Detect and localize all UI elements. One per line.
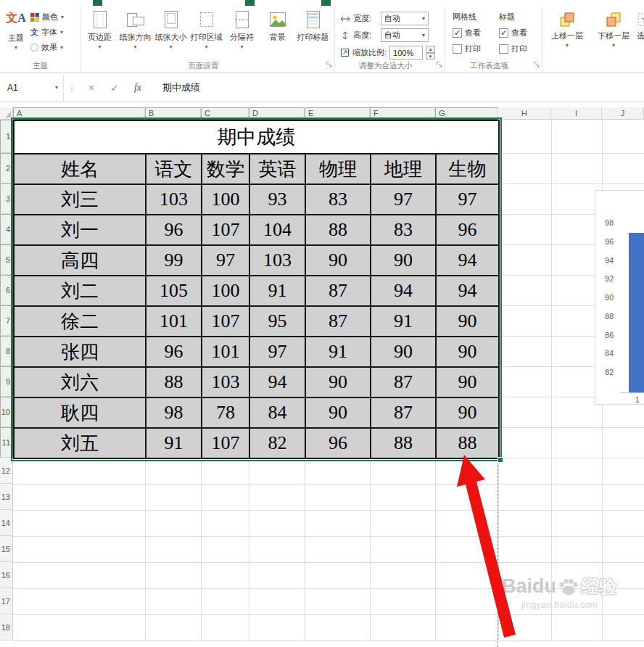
row-header-18[interactable]: 18 [0, 614, 13, 640]
row-header-7[interactable]: 7 [0, 305, 13, 336]
spinner-down-icon[interactable]: ▾ [426, 53, 435, 60]
paper-size-button[interactable]: 纸张大小 ▾ [153, 6, 189, 50]
width-select[interactable]: 自动▾ [381, 12, 429, 25]
data-cell[interactable]: 88 [306, 215, 371, 246]
scale-input[interactable]: 100% [389, 46, 423, 59]
header-cell[interactable]: 地理 [371, 154, 437, 185]
data-cell[interactable]: 107 [202, 215, 250, 246]
column-header-E[interactable]: E [305, 107, 370, 120]
data-cell[interactable]: 91 [146, 429, 202, 459]
data-cell[interactable]: 91 [250, 276, 306, 307]
dialog-launcher-icon[interactable] [326, 61, 333, 70]
row-header-6[interactable]: 6 [0, 275, 13, 305]
data-cell[interactable]: 97 [202, 246, 250, 276]
data-cell[interactable]: 90 [306, 246, 371, 276]
row-header-17[interactable]: 17 [0, 588, 13, 614]
gridlines-view-checkbox[interactable]: ✓ 查看 [453, 28, 481, 38]
data-cell[interactable]: 张四 [15, 337, 146, 368]
data-cell[interactable]: 95 [250, 307, 306, 337]
print-area-button[interactable]: 打印区域 ▾ [189, 6, 224, 50]
theme-effects-button[interactable]: 效果 ▾ [30, 42, 64, 53]
orientation-button[interactable]: 纸张方向 ▾ [117, 6, 153, 50]
data-cell[interactable]: 90 [371, 246, 437, 276]
data-cell[interactable]: 90 [306, 398, 371, 429]
themes-button[interactable]: 文A 主题 ▾ [2, 9, 30, 51]
data-cell[interactable]: 徐二 [15, 307, 146, 337]
data-cell[interactable]: 87 [306, 276, 371, 307]
data-cell[interactable]: 96 [146, 337, 202, 368]
data-cell[interactable]: 90 [371, 337, 437, 368]
data-cell[interactable]: 99 [146, 246, 202, 276]
data-cell[interactable]: 101 [202, 337, 250, 368]
row-header-14[interactable]: 14 [0, 510, 13, 536]
checkbox-icon[interactable]: ✓ [453, 28, 462, 38]
column-header-H[interactable]: H [498, 107, 551, 120]
row-header-2[interactable]: 2 [0, 153, 13, 184]
data-cell[interactable]: 96 [306, 429, 371, 459]
header-cell[interactable]: 姓名 [15, 154, 146, 185]
formula-bar-drag-handle[interactable]: ⋮ [64, 83, 80, 94]
header-cell[interactable]: 生物 [437, 154, 500, 185]
data-cell[interactable]: 90 [437, 337, 500, 368]
column-header-J[interactable]: J [602, 107, 644, 120]
data-cell[interactable]: 107 [202, 429, 250, 459]
data-cell[interactable]: 101 [146, 307, 202, 337]
row-header-9[interactable]: 9 [0, 366, 13, 397]
header-cell[interactable]: 物理 [306, 154, 371, 185]
data-cell[interactable]: 刘三 [15, 185, 146, 215]
print-titles-button[interactable]: 打印标题 [295, 6, 331, 50]
data-cell[interactable]: 刘二 [15, 276, 146, 307]
data-cell[interactable]: 90 [306, 368, 371, 398]
row-header-5[interactable]: 5 [0, 244, 13, 275]
row-header-4[interactable]: 4 [0, 214, 13, 244]
data-cell[interactable]: 100 [202, 276, 250, 307]
scale-spinner[interactable]: ▴▾ [426, 46, 435, 59]
data-cell[interactable]: 87 [371, 398, 437, 429]
data-cell[interactable]: 107 [202, 307, 250, 337]
data-cell[interactable]: 刘六 [15, 368, 146, 398]
formula-bar-content[interactable]: 期中成绩 [162, 81, 200, 94]
data-cell[interactable]: 93 [250, 185, 306, 215]
data-cell[interactable]: 耿四 [15, 398, 146, 429]
data-cell[interactable]: 91 [306, 337, 371, 368]
data-cell[interactable]: 103 [202, 368, 250, 398]
data-cell[interactable]: 刘一 [15, 215, 146, 246]
row-header-11[interactable]: 11 [0, 427, 13, 458]
data-cell[interactable]: 87 [371, 368, 437, 398]
data-cell[interactable]: 105 [146, 276, 202, 307]
dialog-launcher-icon[interactable] [436, 61, 443, 70]
data-cell[interactable]: 96 [146, 215, 202, 246]
header-cell[interactable]: 语文 [146, 154, 202, 185]
checkbox-icon[interactable] [453, 44, 462, 54]
insert-function-button[interactable]: fx [126, 82, 149, 94]
column-header-I[interactable]: I [551, 107, 602, 120]
header-cell[interactable]: 英语 [250, 154, 306, 185]
data-cell[interactable]: 96 [437, 215, 500, 246]
data-cell[interactable]: 94 [437, 276, 500, 307]
data-cell[interactable]: 104 [250, 215, 306, 246]
data-cell[interactable]: 94 [250, 368, 306, 398]
row-header-8[interactable]: 8 [0, 336, 13, 366]
data-cell[interactable]: 103 [146, 185, 202, 215]
column-header-B[interactable]: B [145, 107, 201, 120]
checkbox-icon[interactable]: ✓ [499, 28, 508, 38]
data-cell[interactable]: 90 [437, 368, 500, 398]
data-cell[interactable]: 97 [437, 185, 500, 215]
enter-button[interactable]: ✓ [103, 82, 126, 94]
dialog-launcher-icon[interactable] [533, 61, 540, 70]
column-header-A[interactable]: A [13, 107, 145, 120]
cancel-button[interactable]: × [80, 82, 103, 94]
checkbox-icon[interactable] [499, 44, 508, 54]
column-header-C[interactable]: C [201, 107, 249, 120]
data-cell[interactable]: 78 [202, 398, 250, 429]
headings-view-checkbox[interactable]: ✓ 查看 [499, 28, 527, 38]
data-cell[interactable]: 94 [437, 246, 500, 276]
headings-print-checkbox[interactable]: 打印 [499, 44, 527, 54]
data-cell[interactable]: 84 [250, 398, 306, 429]
margins-button[interactable]: 页边距 ▾ [82, 6, 117, 50]
row-header-16[interactable]: 16 [0, 562, 13, 588]
theme-fonts-button[interactable]: 文 字体 ▾ [30, 27, 64, 38]
data-cell[interactable]: 83 [306, 185, 371, 215]
row-header-3[interactable]: 3 [0, 184, 13, 214]
embedded-chart[interactable]: 989694929088868482 1 [595, 190, 644, 405]
